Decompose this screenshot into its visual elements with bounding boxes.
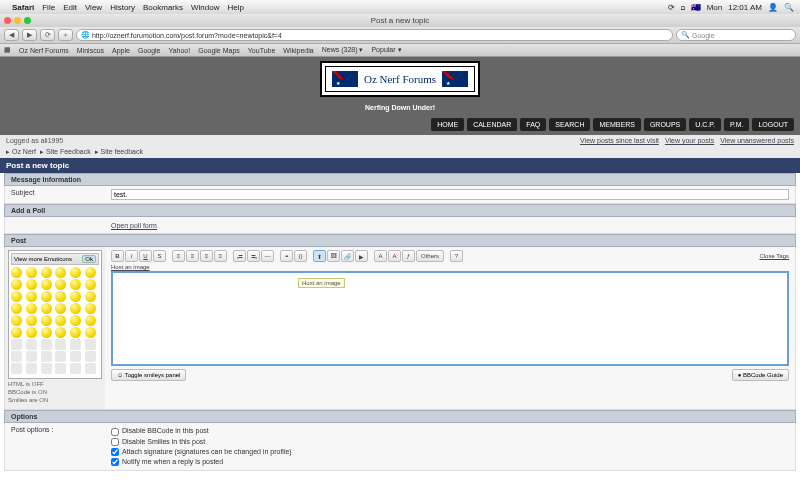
smiley[interactable] [70, 327, 81, 338]
smiley[interactable] [85, 351, 96, 362]
smiley[interactable] [26, 303, 37, 314]
image-host-button[interactable]: ⬆ [313, 250, 326, 262]
opt-disable-bbcode-checkbox[interactable] [111, 428, 119, 436]
close-window-button[interactable] [4, 17, 11, 24]
bookmark-item[interactable]: Wikipedia [283, 47, 313, 54]
smiley[interactable] [55, 291, 66, 302]
opt-notify-reply-checkbox[interactable] [111, 458, 119, 466]
smiley[interactable] [70, 315, 81, 326]
video-button[interactable]: ▶ [355, 250, 368, 262]
smiley[interactable] [85, 339, 96, 350]
menu-view[interactable]: View [85, 3, 102, 12]
smiley[interactable] [41, 279, 52, 290]
smiley[interactable] [41, 351, 52, 362]
nav-groups[interactable]: GROUPS [644, 118, 686, 131]
link-button[interactable]: 🔗 [341, 250, 354, 262]
nav-members[interactable]: MEMBERS [593, 118, 640, 131]
link-unanswered[interactable]: View unanswered posts [720, 137, 794, 144]
smiley[interactable] [41, 339, 52, 350]
zoom-window-button[interactable] [24, 17, 31, 24]
menu-window[interactable]: Window [191, 3, 219, 12]
menu-bookmarks[interactable]: Bookmarks [143, 3, 183, 12]
smiley[interactable] [26, 267, 37, 278]
host-image-link[interactable]: Host an image [111, 264, 789, 270]
smiley[interactable] [41, 303, 52, 314]
underline-button[interactable]: U [139, 250, 152, 262]
smiley[interactable] [70, 303, 81, 314]
quote-button[interactable]: ❝ [280, 250, 293, 262]
crumb[interactable]: Site Feedback [46, 148, 91, 155]
italic-button[interactable]: I [125, 250, 138, 262]
smiley[interactable] [70, 279, 81, 290]
smiley[interactable] [55, 267, 66, 278]
smiley[interactable] [85, 303, 96, 314]
smiley[interactable] [55, 279, 66, 290]
smiley[interactable] [70, 267, 81, 278]
font-color-button[interactable]: A [388, 250, 401, 262]
reload-button[interactable]: ⟳ [40, 29, 55, 41]
smiley[interactable] [11, 327, 22, 338]
smiley[interactable] [70, 351, 81, 362]
nav-pm[interactable]: P.M. [724, 118, 750, 131]
smiley[interactable] [70, 339, 81, 350]
bookmark-item[interactable]: Google [138, 47, 161, 54]
smiley[interactable] [26, 291, 37, 302]
bookmark-item[interactable]: Miniscus [77, 47, 104, 54]
smiley[interactable] [55, 315, 66, 326]
opt-attach-signature-checkbox[interactable] [111, 448, 119, 456]
smiley[interactable] [26, 363, 37, 374]
opt-disable-smilies[interactable]: Disable Smilies in this post [111, 437, 789, 447]
opt-disable-smilies-checkbox[interactable] [111, 438, 119, 446]
smiley[interactable] [26, 315, 37, 326]
bookmark-item[interactable]: News (328) ▾ [322, 46, 364, 54]
smiley[interactable] [26, 327, 37, 338]
nav-faq[interactable]: FAQ [520, 118, 546, 131]
bookmark-item[interactable]: YouTube [248, 47, 276, 54]
bookmark-item[interactable]: Apple [112, 47, 130, 54]
add-bookmark-button[interactable]: ＋ [58, 29, 73, 41]
smiley[interactable] [11, 315, 22, 326]
menu-edit[interactable]: Edit [63, 3, 77, 12]
smiley[interactable] [85, 267, 96, 278]
smiley[interactable] [55, 351, 66, 362]
smiley[interactable] [41, 267, 52, 278]
smiley[interactable] [55, 303, 66, 314]
search-field[interactable]: 🔍Google [676, 29, 796, 41]
list-ordered-button[interactable]: ≕ [247, 250, 260, 262]
open-poll-link[interactable]: Open poll form [111, 222, 157, 229]
smiley[interactable] [11, 279, 22, 290]
toggle-smileys-button[interactable]: ☺ Toggle smileys panel [111, 369, 186, 381]
others-button[interactable]: Others [416, 250, 444, 262]
code-button[interactable]: {} [294, 250, 307, 262]
close-tags-link[interactable]: Close Tags [759, 253, 789, 259]
nav-logout[interactable]: LOGOUT [752, 118, 794, 131]
smiley[interactable] [11, 351, 22, 362]
sync-icon[interactable]: ⟳ [668, 3, 675, 12]
opt-notify-reply[interactable]: Notify me when a reply is posted [111, 457, 789, 467]
smiley[interactable] [41, 315, 52, 326]
align-justify-button[interactable]: ≡ [214, 250, 227, 262]
smiley[interactable] [41, 327, 52, 338]
nav-calendar[interactable]: CALENDAR [467, 118, 517, 131]
align-right-button[interactable]: ≡ [200, 250, 213, 262]
bookmark-item[interactable]: Oz Nerf Forums [19, 47, 69, 54]
nav-home[interactable]: HOME [431, 118, 464, 131]
crumb[interactable]: Oz Nerf [12, 148, 36, 155]
image-button[interactable]: 🖼 [327, 250, 340, 262]
app-name[interactable]: Safari [12, 3, 34, 12]
smiley[interactable] [26, 351, 37, 362]
bookmark-item[interactable]: Popular ▾ [371, 46, 401, 54]
subject-input[interactable] [111, 189, 789, 200]
opt-attach-signature[interactable]: Attach signature (signatures can be chan… [111, 447, 789, 457]
bbcode-guide-button[interactable]: ● BBCode Guide [732, 369, 789, 381]
smiley[interactable] [11, 291, 22, 302]
align-left-button[interactable]: ≡ [172, 250, 185, 262]
smiley[interactable] [11, 339, 22, 350]
menu-help[interactable]: Help [227, 3, 243, 12]
nav-search[interactable]: SEARCH [549, 118, 590, 131]
smiley[interactable] [85, 291, 96, 302]
user-icon[interactable]: 👤 [768, 3, 778, 12]
nav-ucp[interactable]: U.C.P. [689, 118, 721, 131]
smiley[interactable] [85, 315, 96, 326]
forward-button[interactable]: ▶ [22, 29, 37, 41]
